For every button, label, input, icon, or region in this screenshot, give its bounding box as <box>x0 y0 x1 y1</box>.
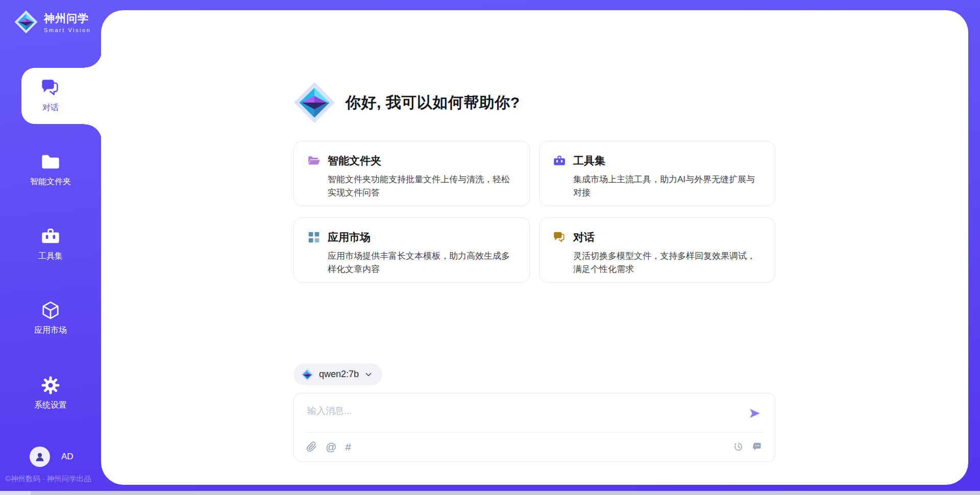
card-description: 集成市场上主流工具，助力AI与外界无缝扩展与对接 <box>573 173 762 199</box>
card-description: 灵活切换多模型文件，支持多样回复效果调试，满足个性化需求 <box>573 250 762 276</box>
folder-open-icon <box>307 154 321 167</box>
gear-icon <box>40 375 61 395</box>
history-icon[interactable] <box>733 441 744 452</box>
folder-icon <box>40 152 61 172</box>
input-placeholder: 输入消息... <box>307 405 352 417</box>
send-icon[interactable] <box>748 407 762 420</box>
sidebar-item-label: 系统设置 <box>0 400 101 411</box>
chat-icon <box>553 231 566 244</box>
model-selector[interactable]: qwen2:7b <box>293 363 382 385</box>
main-panel: 你好, 我可以如何帮助你? 智能文件夹 智能文件夹功能支持批量文件上传与清洗，轻… <box>101 10 968 485</box>
model-name: qwen2:7b <box>319 369 359 380</box>
scrollbar-thumb[interactable] <box>0 491 31 495</box>
card-title: 应用市场 <box>328 230 371 244</box>
card-description: 应用市场提供丰富长文本模板，助力高效生成多样化文章内容 <box>328 250 516 276</box>
card-description: 智能文件夹功能支持批量文件上传与清洗，轻松实现文件问答 <box>328 173 516 199</box>
chevron-down-icon <box>364 370 373 379</box>
brand-tagline: Smart Vision <box>44 27 91 33</box>
greeting: 你好, 我可以如何帮助你? <box>293 82 520 123</box>
card-smart-folder[interactable]: 智能文件夹 智能文件夹功能支持批量文件上传与清洗，轻松实现文件问答 <box>293 141 530 206</box>
user-account[interactable]: AD <box>30 447 74 467</box>
horizontal-scrollbar[interactable] <box>0 491 980 495</box>
card-app-market[interactable]: 应用市场 应用市场提供丰富长文本模板，助力高效生成多样化文章内容 <box>293 217 530 283</box>
greeting-diamond-icon <box>293 82 335 123</box>
hash-icon[interactable]: # <box>345 441 351 452</box>
sidebar-item-label: 智能文件夹 <box>0 177 101 187</box>
brand: 神州问学 Smart Vision <box>14 10 91 34</box>
tab-fillet-top <box>85 51 102 68</box>
card-toolset[interactable]: 工具集 集成市场上主流工具，助力AI与外界无缝扩展与对接 <box>539 141 775 206</box>
sidebar-item-label: 工具集 <box>0 251 101 262</box>
chat-icon <box>40 78 61 98</box>
mention-icon[interactable]: @ <box>326 441 336 452</box>
model-diamond-icon <box>301 368 314 381</box>
sidebar-item-label: 应用市场 <box>0 325 101 336</box>
greeting-title: 你好, 我可以如何帮助你? <box>346 92 520 113</box>
message-input[interactable]: 输入消息... @ # <box>293 393 775 462</box>
toolbox-icon <box>553 154 566 167</box>
sidebar-item-chat[interactable]: 对话 <box>0 78 101 113</box>
cube-icon <box>40 300 61 320</box>
person-icon <box>32 449 47 464</box>
sidebar-item-toolset[interactable]: 工具集 <box>0 226 101 262</box>
input-divider <box>306 432 763 433</box>
card-title: 对话 <box>573 230 595 244</box>
card-chat[interactable]: 对话 灵活切换多模型文件，支持多样回复效果调试，满足个性化需求 <box>539 217 775 283</box>
feature-cards: 智能文件夹 智能文件夹功能支持批量文件上传与清洗，轻松实现文件问答 工具集 集成… <box>293 141 775 283</box>
avatar <box>30 447 50 467</box>
toolbox-icon <box>40 226 61 246</box>
card-title: 智能文件夹 <box>328 154 381 168</box>
sidebar-item-smart-folder[interactable]: 智能文件夹 <box>0 152 101 187</box>
brand-diamond-icon <box>14 10 38 34</box>
sidebar-item-app-market[interactable]: 应用市场 <box>0 300 101 336</box>
copyright-text: ©神州数码 · 神州问学出品 <box>5 474 112 484</box>
tab-fillet-bottom <box>85 124 102 141</box>
attach-icon[interactable] <box>306 441 317 452</box>
grid-icon <box>307 231 321 244</box>
sidebar-item-settings[interactable]: 系统设置 <box>0 375 101 411</box>
brand-name: 神州问学 <box>44 11 91 26</box>
sidebar-item-label: 对话 <box>0 103 101 113</box>
conversations-icon[interactable] <box>752 441 763 452</box>
card-title: 工具集 <box>573 154 605 168</box>
user-initials: AD <box>61 452 74 462</box>
